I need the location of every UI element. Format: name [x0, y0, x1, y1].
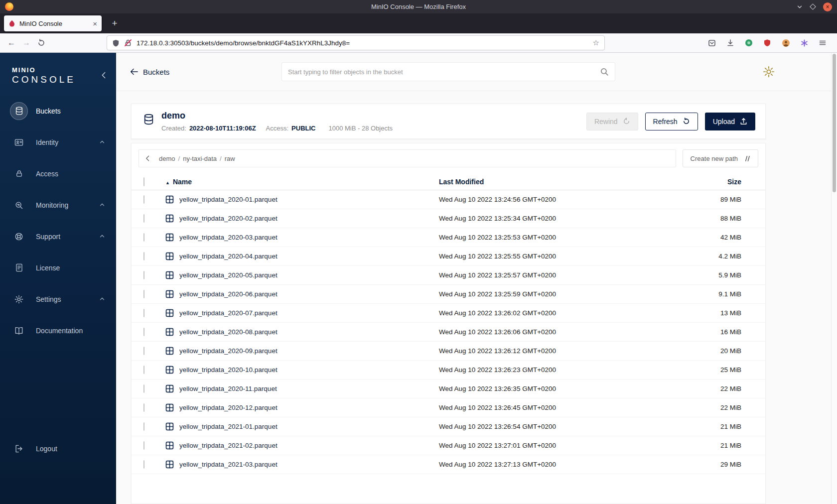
gear-icon — [762, 65, 775, 78]
object-name[interactable]: yellow_tripdata_2021-03.parquet — [179, 461, 278, 468]
row-checkbox[interactable] — [143, 233, 144, 242]
sidebar-item-license[interactable]: License — [0, 252, 116, 283]
object-name[interactable]: yellow_tripdata_2020-02.parquet — [179, 215, 278, 222]
object-name[interactable]: yellow_tripdata_2020-06.parquet — [179, 290, 278, 298]
insecure-lock-icon[interactable] — [124, 39, 132, 47]
object-filter-search[interactable] — [281, 62, 615, 81]
row-checkbox[interactable] — [143, 328, 144, 336]
object-name[interactable]: yellow_tripdata_2020-04.parquet — [179, 252, 278, 260]
monitoring-icon — [14, 200, 24, 210]
sidebar-item-support[interactable]: Support — [0, 221, 116, 252]
object-table-row[interactable]: yellow_tripdata_2021-01.parquet Wed Aug … — [132, 417, 765, 436]
minio-console-app: MINIO CONSOLE Buckets Identity Access — [0, 53, 837, 504]
object-name[interactable]: yellow_tripdata_2020-12.parquet — [179, 404, 278, 411]
browser-forward-button[interactable]: → — [19, 35, 34, 50]
object-name[interactable]: yellow_tripdata_2021-02.parquet — [179, 442, 278, 449]
refresh-button[interactable]: Refresh — [645, 113, 698, 130]
object-table-row[interactable]: yellow_tripdata_2021-02.parquet Wed Aug … — [132, 436, 765, 455]
browser-tab[interactable]: MinIO Console × — [4, 15, 102, 31]
column-header-modified[interactable]: Last Modified — [439, 178, 710, 186]
scrollbar-thumb[interactable] — [833, 54, 836, 192]
sidebar-collapse-button[interactable] — [99, 71, 108, 82]
row-checkbox[interactable] — [143, 214, 144, 223]
breadcrumb-segment[interactable]: raw — [225, 155, 235, 162]
object-name[interactable]: yellow_tripdata_2020-05.parquet — [179, 271, 278, 279]
extension-purple-button[interactable] — [797, 35, 812, 50]
window-minimize-button[interactable] — [797, 4, 803, 10]
object-table-row[interactable]: yellow_tripdata_2020-08.parquet Wed Aug … — [132, 323, 765, 342]
sidebar-item-identity[interactable]: Identity — [0, 126, 116, 158]
tab-close-icon[interactable]: × — [93, 19, 97, 28]
object-table-row[interactable]: yellow_tripdata_2020-09.parquet Wed Aug … — [132, 342, 765, 361]
row-checkbox[interactable] — [143, 366, 144, 374]
object-table-row[interactable]: yellow_tripdata_2020-01.parquet Wed Aug … — [132, 190, 765, 209]
url-bar[interactable]: 172.18.0.3:30503/buckets/demo/browse/bnk… — [107, 35, 605, 50]
object-name[interactable]: yellow_tripdata_2020-03.parquet — [179, 234, 278, 241]
upload-button[interactable]: Upload — [705, 113, 755, 130]
object-browser-card: demo/ny-taxi-data/raw Create new path ▲N… — [131, 143, 766, 504]
object-table-row[interactable]: yellow_tripdata_2021-03.parquet Wed Aug … — [132, 455, 765, 474]
browser-reload-button[interactable] — [34, 35, 49, 50]
breadcrumb-segment[interactable]: ny-taxi-data — [183, 155, 217, 162]
object-name[interactable]: yellow_tripdata_2021-01.parquet — [179, 423, 278, 430]
bookmark-star-icon[interactable]: ☆ — [593, 38, 599, 47]
row-checkbox[interactable] — [143, 384, 144, 393]
column-header-size[interactable]: Size — [710, 178, 741, 186]
object-table-row[interactable]: yellow_tripdata_2020-12.parquet Wed Aug … — [132, 398, 765, 417]
object-table-row[interactable]: yellow_tripdata_2020-05.parquet Wed Aug … — [132, 266, 765, 285]
row-checkbox[interactable] — [143, 290, 144, 298]
row-checkbox[interactable] — [143, 422, 144, 431]
breadcrumb: demo/ny-taxi-data/raw — [159, 155, 235, 162]
row-checkbox[interactable] — [143, 441, 144, 450]
row-checkbox[interactable] — [143, 403, 144, 412]
back-to-buckets-link[interactable]: Buckets — [130, 67, 169, 76]
path-back-button[interactable] — [144, 154, 152, 162]
browser-back-button[interactable]: ← — [4, 35, 19, 50]
object-modified: Wed Aug 10 2022 13:26:23 GMT+0200 — [439, 366, 710, 374]
sidebar-item-monitoring[interactable]: Monitoring — [0, 189, 116, 221]
object-table-row[interactable]: yellow_tripdata_2020-02.parquet Wed Aug … — [132, 209, 765, 228]
object-table-row[interactable]: yellow_tripdata_2020-04.parquet Wed Aug … — [132, 247, 765, 266]
new-tab-button[interactable]: + — [108, 16, 122, 30]
menu-button[interactable] — [815, 35, 830, 50]
tracking-protection-shield-icon[interactable] — [112, 39, 120, 47]
window-close-button[interactable]: × — [823, 2, 832, 11]
sidebar-item-access[interactable]: Access — [0, 158, 116, 189]
row-checkbox[interactable] — [143, 309, 144, 317]
object-table-row[interactable]: yellow_tripdata_2020-03.parquet Wed Aug … — [132, 228, 765, 247]
url-text[interactable]: 172.18.0.3:30503/buckets/demo/browse/bnk… — [137, 39, 588, 47]
sidebar-item-logout[interactable]: Logout — [0, 433, 116, 464]
object-table-row[interactable]: yellow_tripdata_2020-11.parquet Wed Aug … — [132, 379, 765, 398]
object-name[interactable]: yellow_tripdata_2020-07.parquet — [179, 309, 278, 317]
profile-button[interactable] — [778, 35, 793, 50]
window-maximize-button[interactable] — [811, 4, 815, 9]
row-checkbox[interactable] — [143, 347, 144, 355]
browser-settings-button[interactable] — [762, 65, 775, 78]
object-name[interactable]: yellow_tripdata_2020-11.parquet — [179, 385, 277, 392]
column-header-name[interactable]: ▲Name — [165, 178, 439, 186]
object-name[interactable]: yellow_tripdata_2020-01.parquet — [179, 196, 278, 203]
access-value[interactable]: PUBLIC — [291, 125, 315, 132]
object-name[interactable]: yellow_tripdata_2020-09.parquet — [179, 347, 278, 355]
row-checkbox[interactable] — [143, 460, 144, 469]
object-table-row[interactable]: yellow_tripdata_2020-06.parquet Wed Aug … — [132, 285, 765, 304]
search-input[interactable] — [288, 68, 596, 76]
object-table-row[interactable]: yellow_tripdata_2020-10.parquet Wed Aug … — [132, 361, 765, 379]
ublock-button[interactable] — [760, 35, 775, 50]
row-checkbox[interactable] — [143, 195, 144, 204]
page-scrollbar[interactable] — [831, 53, 837, 504]
sidebar-item-settings[interactable]: Settings — [0, 283, 116, 315]
select-all-checkbox[interactable] — [143, 177, 144, 186]
row-checkbox[interactable] — [143, 271, 144, 279]
downloads-button[interactable] — [723, 35, 738, 50]
object-table-row[interactable]: yellow_tripdata_2020-07.parquet Wed Aug … — [132, 304, 765, 323]
breadcrumb-segment[interactable]: demo — [159, 155, 175, 162]
create-new-path-button[interactable]: Create new path — [683, 149, 758, 167]
row-checkbox[interactable] — [143, 252, 144, 260]
sidebar-item-documentation[interactable]: Documentation — [0, 315, 116, 346]
object-name[interactable]: yellow_tripdata_2020-10.parquet — [179, 366, 278, 374]
object-name[interactable]: yellow_tripdata_2020-08.parquet — [179, 328, 278, 336]
extension-green-button[interactable] — [741, 35, 756, 50]
pocket-button[interactable] — [704, 35, 719, 50]
sidebar-item-buckets[interactable]: Buckets — [0, 95, 116, 126]
